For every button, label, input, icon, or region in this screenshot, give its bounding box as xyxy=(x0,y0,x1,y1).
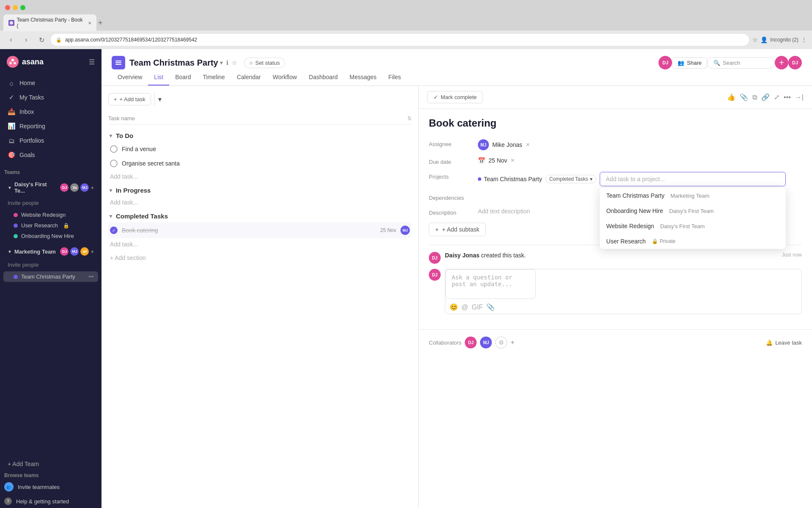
sidebar-item-my-tasks[interactable]: ✓ My Tasks xyxy=(3,91,98,104)
dropdown-item-onh[interactable]: Onboarding New Hire Daisy's First Team xyxy=(600,203,786,218)
comment-gif-button[interactable]: GIF xyxy=(472,304,483,311)
due-date-row: Due date 📅 25 Nov ✕ xyxy=(429,157,802,165)
like-button[interactable]: 👍 xyxy=(727,93,735,101)
section-todo-header[interactable]: ▼ To Do xyxy=(108,128,411,142)
remove-assignee-button[interactable]: ✕ xyxy=(526,142,530,148)
sidebar-menu-button[interactable]: ☰ xyxy=(89,58,95,66)
add-collaborator-plus[interactable]: + xyxy=(510,339,514,346)
dropdown-item-ur[interactable]: User Research 🔒 Private xyxy=(600,234,786,249)
project-tcp-actions[interactable]: ••• xyxy=(88,274,94,280)
add-task-circle-button[interactable]: + xyxy=(775,56,788,69)
browser-actions: ☆ 👤 Incognito (2) ⋮ xyxy=(752,36,807,43)
invite-people-marketing[interactable]: Invite people xyxy=(3,258,98,271)
back-button[interactable]: ‹ xyxy=(5,34,17,46)
team-marketing-add-button[interactable]: + xyxy=(91,248,94,255)
tab-close-button[interactable]: ✕ xyxy=(88,21,91,25)
team-daisys-header[interactable]: ▼ Daisy's First Te... DJ 3a MJ + xyxy=(3,179,98,196)
sidebar-item-portfolios[interactable]: 🗂 Portfolios xyxy=(3,134,98,147)
bookmark-button[interactable]: ☆ xyxy=(752,36,758,43)
help-button[interactable]: ? Help & getting started xyxy=(0,494,102,508)
dropdown-item-wr[interactable]: Website Redesign Daisy's First Team xyxy=(600,218,786,234)
remove-date-button[interactable]: ✕ xyxy=(510,157,515,163)
close-button[interactable] xyxy=(5,5,10,10)
profile-button[interactable]: 👤 xyxy=(760,36,768,43)
invite-people-daisys[interactable]: Invite people xyxy=(3,196,98,210)
address-bar[interactable]: 🔒 app.asana.com/0/1203277518469534/12032… xyxy=(51,34,749,46)
nav-workflow[interactable]: Workflow xyxy=(267,69,303,86)
task-book-catering[interactable]: ✓ Book catering 25 Nov MJ xyxy=(108,222,411,238)
project-dropdown-icon[interactable]: ▾ xyxy=(220,59,223,66)
add-subtask-button[interactable]: + + Add subtask xyxy=(429,223,486,236)
dropdown-item-tcp[interactable]: Team Christmas Party Marketing Team xyxy=(600,188,786,203)
team-marketing-header[interactable]: ▼ Marketing Team DJ MJ a0 + xyxy=(3,245,98,258)
nav-list[interactable]: List xyxy=(148,69,169,86)
sidebar-item-inbox[interactable]: 📥 Inbox xyxy=(3,105,98,119)
nav-board[interactable]: Board xyxy=(169,69,197,86)
nav-overview[interactable]: Overview xyxy=(112,69,148,86)
project-badge-name: Team Christmas Party xyxy=(484,176,542,182)
add-team-button[interactable]: + Add Team xyxy=(0,457,102,471)
set-status-button[interactable]: ○ Set status xyxy=(244,58,285,68)
sidebar-item-reporting[interactable]: 📊 Reporting xyxy=(3,119,98,133)
add-section-button[interactable]: + Add section xyxy=(108,250,411,265)
comment-mention-button[interactable]: @ xyxy=(461,304,468,311)
project-team-christmas-party[interactable]: Team Christmas Party ••• xyxy=(3,271,98,282)
description-placeholder[interactable]: Add text description xyxy=(478,208,530,215)
project-info-icon[interactable]: ℹ xyxy=(226,59,228,66)
add-task-button[interactable]: + + Add task xyxy=(108,93,151,105)
nav-files[interactable]: Files xyxy=(382,69,407,86)
project-menu-icon[interactable] xyxy=(112,56,125,69)
add-task-inprogress[interactable]: Add task... xyxy=(108,196,411,208)
completed-tasks-badge[interactable]: Completed Tasks ▾ xyxy=(546,175,596,183)
comment-emoji-button[interactable]: 😊 xyxy=(450,303,458,311)
leave-task-button[interactable]: 🔔 Leave task xyxy=(766,340,802,346)
new-tab-button[interactable]: + xyxy=(98,19,103,28)
team-daisys-add-button[interactable]: + xyxy=(91,185,94,191)
task-organise-santa[interactable]: Organise secret santa xyxy=(108,156,411,171)
browser-tab[interactable]: Team Christmas Party - Book ( ✕ xyxy=(3,14,96,31)
add-collaborator-button[interactable]: ⚙ xyxy=(495,337,507,348)
add-task-completed[interactable]: Add task... xyxy=(108,238,411,250)
project-star-icon[interactable]: ☆ xyxy=(232,59,237,66)
invite-teammates-button[interactable]: 👥 Invite teammates xyxy=(0,479,102,494)
nav-calendar[interactable]: Calendar xyxy=(231,69,267,86)
add-task-todo[interactable]: Add task... xyxy=(108,171,411,182)
share-button[interactable]: 👥 Share xyxy=(672,57,707,69)
minimize-button[interactable] xyxy=(13,5,18,10)
forward-button[interactable]: › xyxy=(20,34,32,46)
link-button[interactable]: 🔗 xyxy=(761,93,770,101)
add-task-dropdown[interactable]: ▾ xyxy=(154,93,165,106)
project-search-input[interactable] xyxy=(600,172,786,186)
tab-bar: Team Christmas Party - Book ( ✕ + xyxy=(0,15,812,30)
sidebar-item-goals[interactable]: 🎯 Goals xyxy=(3,148,98,162)
mark-complete-check-icon: ✓ xyxy=(433,94,438,100)
comment-input[interactable] xyxy=(445,269,536,299)
nav-dashboard[interactable]: Dashboard xyxy=(303,69,344,86)
search-bar[interactable]: 🔍 Search xyxy=(707,57,775,69)
sort-icon[interactable]: ⇅ xyxy=(407,116,411,121)
task-find-venue[interactable]: Find a venue xyxy=(108,142,411,156)
attachment-button[interactable]: 📎 xyxy=(740,93,748,101)
sidebar-item-home[interactable]: ⌂ Home xyxy=(3,76,98,90)
expand-button[interactable]: ⤢ xyxy=(774,93,779,101)
section-completed-header[interactable]: ▼ Completed Tasks xyxy=(108,208,411,222)
more-options-button[interactable]: ••• xyxy=(784,94,791,101)
task-find-venue-checkbox[interactable] xyxy=(110,145,118,153)
project-user-research[interactable]: User Research 🔒 xyxy=(3,220,98,231)
comment-attachment-button[interactable]: 📎 xyxy=(486,303,495,311)
project-website-redesign[interactable]: Website Redesign xyxy=(3,210,98,220)
task-book-catering-checkbox[interactable]: ✓ xyxy=(110,226,118,234)
team-daisys-chevron: ▼ xyxy=(8,185,12,190)
section-inprogress-header[interactable]: ▼ In Progress xyxy=(108,182,411,196)
more-button[interactable]: ⋮ xyxy=(801,36,807,43)
nav-messages[interactable]: Messages xyxy=(344,69,383,86)
mark-complete-button[interactable]: ✓ Mark complete xyxy=(427,91,483,103)
reload-button[interactable]: ↻ xyxy=(36,34,47,46)
task-organise-santa-checkbox[interactable] xyxy=(110,160,118,167)
project-onboarding-new-hire[interactable]: Onboarding New Hire xyxy=(3,231,98,241)
close-detail-button[interactable]: →| xyxy=(795,94,804,101)
copy-button[interactable]: ⧉ xyxy=(752,94,757,101)
nav-timeline[interactable]: Timeline xyxy=(197,69,231,86)
main-content: Team Christmas Party ▾ ℹ ☆ ○ Set status … xyxy=(102,49,812,508)
fullscreen-button[interactable] xyxy=(20,5,25,10)
